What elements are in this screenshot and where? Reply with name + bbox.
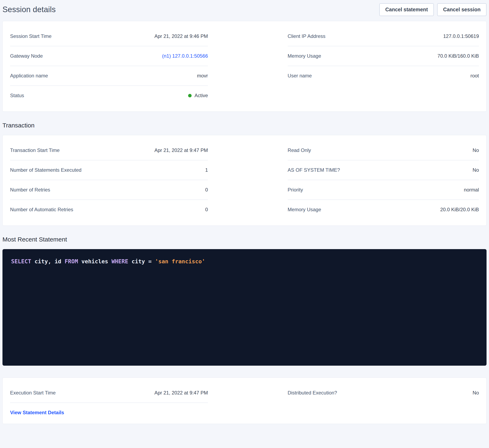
statements-executed-row: Number of Statements Executed 1 xyxy=(10,160,208,180)
row-label: Client IP Address xyxy=(288,33,326,39)
page-title: Session details xyxy=(2,5,56,14)
row-value: 70.0 KiB/160.0 KiB xyxy=(438,53,479,59)
cancel-statement-button[interactable]: Cancel statement xyxy=(379,3,434,16)
row-label: Number of Retries xyxy=(10,187,50,193)
row-value: Apr 21, 2022 at 9:46 PM xyxy=(154,33,208,39)
row-label: Transaction Start Time xyxy=(10,147,60,153)
session-summary-card: Session Start Time Apr 21, 2022 at 9:46 … xyxy=(2,21,487,112)
sql-statement-box: SELECT city, id FROM vehicles WHERE city… xyxy=(2,249,487,366)
status-row: Status Active xyxy=(10,86,208,105)
priority-row: Priority normal xyxy=(288,180,479,200)
session-details-page: Session details Cancel statement Cancel … xyxy=(0,0,489,428)
execution-start-time-row: Execution Start Time Apr 21, 2022 at 9:4… xyxy=(10,383,208,403)
sql-string-literal: 'san francisco' xyxy=(155,258,205,265)
row-label: Session Start Time xyxy=(10,33,51,39)
as-of-system-time-row: AS OF SYSTEM TIME? No xyxy=(288,160,479,180)
execution-card-right-column: Distributed Execution? No xyxy=(288,383,479,417)
number-of-retries-row: Number of Retries 0 xyxy=(10,180,208,200)
transaction-card-left-column: Transaction Start Time Apr 21, 2022 at 9… xyxy=(10,141,208,219)
sql-keyword: SELECT xyxy=(11,258,31,265)
session-memory-usage-row: Memory Usage 70.0 KiB/160.0 KiB xyxy=(288,46,479,66)
view-statement-details-link[interactable]: View Statement Details xyxy=(10,410,64,415)
row-label: Number of Automatic Retries xyxy=(10,207,73,212)
transaction-start-time-row: Transaction Start Time Apr 21, 2022 at 9… xyxy=(10,141,208,160)
transaction-card: Transaction Start Time Apr 21, 2022 at 9… xyxy=(2,135,487,226)
transaction-card-right-column: Read Only No AS OF SYSTEM TIME? No Prior… xyxy=(288,141,479,219)
automatic-retries-row: Number of Automatic Retries 0 xyxy=(10,200,208,219)
sql-text: vehicles xyxy=(78,258,112,265)
application-name-row: Application name movr xyxy=(10,66,208,86)
distributed-execution-row: Distributed Execution? No xyxy=(288,383,479,403)
row-label: User name xyxy=(288,73,312,79)
row-label: Priority xyxy=(288,187,303,193)
session-card-left-column: Session Start Time Apr 21, 2022 at 9:46 … xyxy=(10,26,208,105)
row-value: No xyxy=(473,167,479,173)
execution-card: Execution Start Time Apr 21, 2022 at 9:4… xyxy=(2,378,487,424)
row-value: 0 xyxy=(205,187,208,193)
row-label: Memory Usage xyxy=(288,207,321,212)
sql-text: city = xyxy=(128,258,155,265)
row-value: No xyxy=(473,390,479,396)
page-header: Session details Cancel statement Cancel … xyxy=(2,0,487,21)
sql-keyword: WHERE xyxy=(112,258,128,265)
row-value: movr xyxy=(197,73,208,79)
row-label: Gateway Node xyxy=(10,53,43,59)
transaction-memory-usage-row: Memory Usage 20.0 KiB/20.0 KiB xyxy=(288,200,479,219)
user-name-row: User name root xyxy=(288,66,479,85)
sql-keyword: FROM xyxy=(65,258,78,265)
row-value: normal xyxy=(464,187,479,193)
gateway-node-link[interactable]: (n1) 127.0.0.1:50566 xyxy=(162,53,208,59)
row-label: Status xyxy=(10,93,24,99)
most-recent-statement-heading: Most Recent Statement xyxy=(2,236,487,243)
row-value: root xyxy=(471,73,479,79)
status-badge: Active xyxy=(188,93,208,99)
row-label: Distributed Execution? xyxy=(288,390,337,396)
sql-statement: SELECT city, id FROM vehicles WHERE city… xyxy=(11,258,478,265)
header-actions: Cancel statement Cancel session xyxy=(379,3,487,16)
row-value: Apr 21, 2022 at 9:47 PM xyxy=(154,390,208,396)
read-only-row: Read Only No xyxy=(288,141,479,160)
row-value: Apr 21, 2022 at 9:47 PM xyxy=(154,147,208,153)
gateway-node-row: Gateway Node (n1) 127.0.0.1:50566 xyxy=(10,46,208,66)
sql-text: city, id xyxy=(31,258,65,265)
row-label: AS OF SYSTEM TIME? xyxy=(288,167,340,173)
transaction-section-heading: Transaction xyxy=(2,122,487,129)
cancel-session-button[interactable]: Cancel session xyxy=(437,3,487,16)
status-value: Active xyxy=(195,93,208,98)
row-label: Number of Statements Executed xyxy=(10,167,82,173)
row-value: 1 xyxy=(205,167,208,173)
row-value: No xyxy=(473,147,479,153)
row-label: Application name xyxy=(10,73,48,79)
session-start-time-row: Session Start Time Apr 21, 2022 at 9:46 … xyxy=(10,26,208,46)
view-statement-details-row: View Statement Details xyxy=(10,403,208,417)
row-label: Execution Start Time xyxy=(10,390,56,396)
row-value: 0 xyxy=(205,207,208,212)
client-ip-row: Client IP Address 127.0.0.1:50619 xyxy=(288,26,479,46)
execution-card-left-column: Execution Start Time Apr 21, 2022 at 9:4… xyxy=(10,383,208,417)
row-value: 127.0.0.1:50619 xyxy=(443,33,479,39)
row-value: 20.0 KiB/20.0 KiB xyxy=(440,207,479,212)
status-active-dot-icon xyxy=(188,94,192,97)
session-card-right-column: Client IP Address 127.0.0.1:50619 Memory… xyxy=(288,26,479,105)
row-label: Memory Usage xyxy=(288,53,321,59)
row-label: Read Only xyxy=(288,147,311,153)
